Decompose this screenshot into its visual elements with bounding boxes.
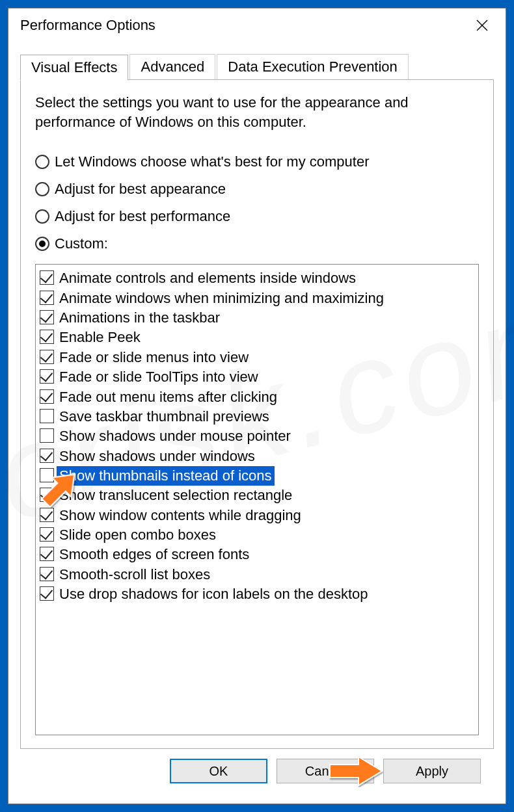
close-button[interactable] xyxy=(463,12,502,38)
tab-label: Advanced xyxy=(141,59,204,75)
option-label: Show shadows under mouse pointer xyxy=(57,426,293,446)
option-label: Fade or slide menus into view xyxy=(57,348,251,367)
radio-indicator[interactable] xyxy=(35,155,49,169)
ok-button-label: OK xyxy=(210,764,228,779)
cancel-button[interactable]: Cancel xyxy=(277,759,374,783)
dialog-footer: OK Cancel Apply xyxy=(20,749,494,793)
checkbox[interactable] xyxy=(40,330,54,344)
checkbox[interactable] xyxy=(40,468,54,482)
checkbox[interactable] xyxy=(40,547,54,561)
option-row[interactable]: Fade or slide menus into view xyxy=(40,348,474,367)
radio-label: Adjust for best performance xyxy=(55,208,230,225)
checkbox[interactable] xyxy=(40,389,54,404)
option-label: Animations in the taskbar xyxy=(57,308,223,328)
tab-visual-effects[interactable]: Visual Effects xyxy=(20,55,128,81)
option-row[interactable]: Animate windows when minimizing and maxi… xyxy=(40,289,474,308)
option-label: Animate windows when minimizing and maxi… xyxy=(57,289,386,308)
checkbox[interactable] xyxy=(40,488,54,502)
tab-data-execution-prevention[interactable]: Data Execution Prevention xyxy=(217,54,409,80)
radio-option[interactable]: Let Windows choose what's best for my co… xyxy=(35,153,479,170)
radio-indicator[interactable] xyxy=(35,182,49,196)
performance-options-dialog: Performance Options Visual EffectsAdvanc… xyxy=(8,8,506,804)
checkbox[interactable] xyxy=(40,428,54,443)
option-row[interactable]: Show window contents while dragging xyxy=(40,506,474,525)
option-label: Fade or slide ToolTips into view xyxy=(57,367,261,387)
option-row[interactable]: Smooth-scroll list boxes xyxy=(40,565,474,584)
option-row[interactable]: Smooth edges of screen fonts xyxy=(40,545,474,564)
option-row[interactable]: Show shadows under mouse pointer xyxy=(40,426,474,446)
window-title: Performance Options xyxy=(20,17,463,34)
option-row[interactable]: Show shadows under windows xyxy=(40,447,474,466)
tab-label: Visual Effects xyxy=(31,59,117,75)
intro-text: Select the settings you want to use for … xyxy=(35,93,452,131)
checkbox[interactable] xyxy=(40,369,54,384)
option-label: Smooth-scroll list boxes xyxy=(57,565,213,584)
radio-option[interactable]: Custom: xyxy=(35,235,479,252)
option-row[interactable]: Enable Peek xyxy=(40,328,474,347)
checkbox[interactable] xyxy=(40,310,54,324)
radio-option[interactable]: Adjust for best performance xyxy=(35,208,479,225)
radio-indicator[interactable] xyxy=(35,209,49,224)
checkbox[interactable] xyxy=(40,567,54,581)
checkbox[interactable] xyxy=(40,409,54,423)
checkbox[interactable] xyxy=(40,586,54,601)
option-label: Slide open combo boxes xyxy=(57,525,219,545)
option-row[interactable]: Animate controls and elements inside win… xyxy=(40,268,474,288)
radio-option[interactable]: Adjust for best appearance xyxy=(35,181,479,198)
option-label: Save taskbar thumbnail previews xyxy=(57,407,272,426)
option-row[interactable]: Animations in the taskbar xyxy=(40,308,474,328)
option-label: Show window contents while dragging xyxy=(57,506,304,525)
checkbox[interactable] xyxy=(40,527,54,542)
apply-button-label: Apply xyxy=(416,764,448,779)
checkbox[interactable] xyxy=(40,291,54,305)
tab-label: Data Execution Prevention xyxy=(228,59,398,75)
radio-label: Adjust for best appearance xyxy=(55,181,226,198)
tab-advanced[interactable]: Advanced xyxy=(129,54,215,80)
option-row[interactable]: Show translucent selection rectangle xyxy=(40,486,474,505)
option-row[interactable]: Use drop shadows for icon labels on the … xyxy=(40,584,474,604)
option-row[interactable]: Save taskbar thumbnail previews xyxy=(40,407,474,426)
option-row[interactable]: Show thumbnails instead of icons xyxy=(40,466,474,486)
radio-label: Let Windows choose what's best for my co… xyxy=(55,153,370,170)
titlebar: Performance Options xyxy=(8,8,506,42)
options-list[interactable]: Animate controls and elements inside win… xyxy=(35,264,479,735)
checkbox[interactable] xyxy=(40,270,54,285)
tabstrip: Visual EffectsAdvancedData Execution Pre… xyxy=(20,51,494,80)
cancel-button-label: Cancel xyxy=(305,764,345,779)
option-label: Animate controls and elements inside win… xyxy=(57,268,358,288)
close-icon xyxy=(476,20,488,31)
radio-group: Let Windows choose what's best for my co… xyxy=(35,153,479,252)
radio-indicator[interactable] xyxy=(35,237,49,251)
checkbox[interactable] xyxy=(40,449,54,463)
option-label: Enable Peek xyxy=(57,328,143,347)
option-label: Show shadows under windows xyxy=(57,447,258,466)
apply-button[interactable]: Apply xyxy=(383,759,481,783)
ok-button[interactable]: OK xyxy=(170,759,267,783)
option-row[interactable]: Fade or slide ToolTips into view xyxy=(40,367,474,387)
tab-panel-visual-effects: pcrisk.com Select the settings you want … xyxy=(20,80,494,749)
option-label: Smooth edges of screen fonts xyxy=(57,545,252,564)
option-row[interactable]: Slide open combo boxes xyxy=(40,525,474,545)
checkbox[interactable] xyxy=(40,508,54,522)
checkbox[interactable] xyxy=(40,350,54,364)
option-label: Show translucent selection rectangle xyxy=(57,486,295,505)
option-row[interactable]: Fade out menu items after clicking xyxy=(40,387,474,407)
option-label: Show thumbnails instead of icons xyxy=(57,466,275,486)
option-label: Fade out menu items after clicking xyxy=(57,387,280,407)
radio-label: Custom: xyxy=(55,235,108,252)
option-label: Use drop shadows for icon labels on the … xyxy=(57,584,371,604)
